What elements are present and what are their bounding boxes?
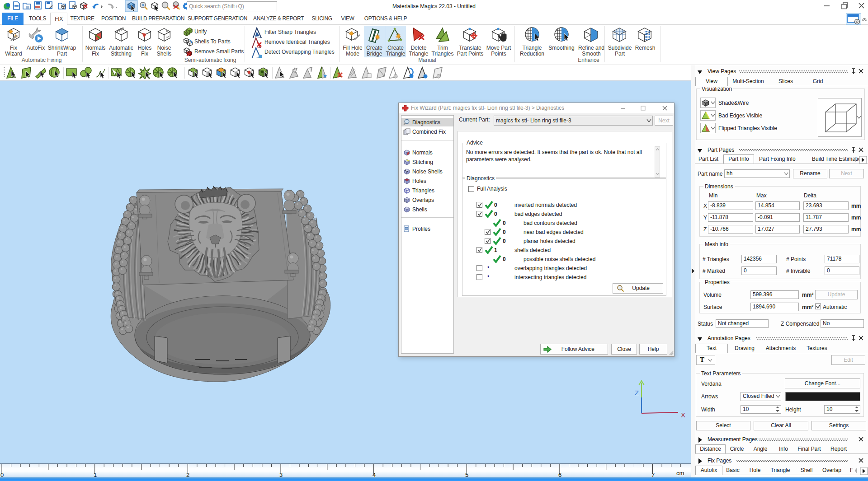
svg-text:cm: cm xyxy=(676,470,684,476)
svg-text:Z: Z xyxy=(635,389,639,397)
svg-text:X: X xyxy=(681,411,685,419)
